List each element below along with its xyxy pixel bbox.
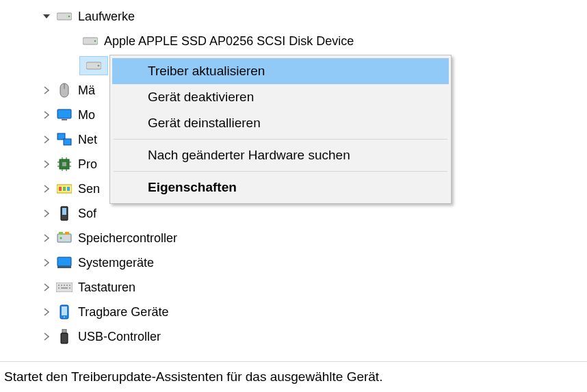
svg-rect-27 bbox=[62, 208, 66, 215]
drive-category-icon bbox=[56, 8, 73, 25]
svg-rect-39 bbox=[69, 285, 70, 286]
svg-point-1 bbox=[68, 16, 70, 18]
svg-rect-36 bbox=[61, 285, 62, 286]
tree-node-label: USB-Controller bbox=[78, 324, 161, 349]
tree-node-label: Laufwerke bbox=[78, 4, 135, 29]
cpu-icon bbox=[56, 156, 73, 172]
disk-icon bbox=[86, 61, 101, 70]
svg-rect-24 bbox=[63, 187, 66, 191]
disk-icon bbox=[82, 33, 99, 49]
chevron-right-icon[interactable] bbox=[37, 332, 56, 341]
svg-point-45 bbox=[64, 317, 65, 318]
tree-node-label: Tastaturen bbox=[78, 275, 135, 300]
tree-node-label: Sen bbox=[78, 177, 100, 201]
storage-icon bbox=[56, 230, 73, 246]
svg-rect-25 bbox=[67, 187, 70, 191]
sensor-icon bbox=[56, 181, 73, 197]
tree-node-label: Apple APPLE SSD AP0256 SCSI Disk Device bbox=[104, 29, 354, 53]
status-text: Startet den Treiberupdate-Assistenten fü… bbox=[4, 369, 382, 384]
chevron-right-icon[interactable] bbox=[37, 111, 56, 119]
svg-rect-11 bbox=[64, 139, 71, 145]
keyboard-icon bbox=[56, 279, 73, 296]
svg-rect-37 bbox=[64, 285, 65, 286]
menu-item-label: Treiber aktualisieren bbox=[148, 64, 265, 79]
svg-rect-40 bbox=[58, 287, 60, 289]
tree-node-disk-apple[interactable]: Apple APPLE SSD AP0256 SCSI Disk Device bbox=[0, 29, 587, 53]
tree-node-label: Pro bbox=[78, 152, 97, 177]
usb-icon bbox=[56, 328, 73, 345]
svg-point-5 bbox=[98, 65, 100, 67]
menu-item-label: Eigenschaften bbox=[148, 180, 237, 195]
tree-node[interactable]: Speichercontroller bbox=[0, 226, 587, 250]
svg-rect-31 bbox=[65, 232, 69, 235]
svg-rect-42 bbox=[69, 287, 70, 289]
menu-item-label: Gerät deinstallieren bbox=[148, 116, 261, 131]
system-icon bbox=[56, 254, 73, 271]
tree-node-label: Mo bbox=[78, 103, 95, 127]
svg-rect-38 bbox=[66, 285, 68, 286]
network-icon bbox=[56, 131, 73, 148]
svg-rect-41 bbox=[61, 287, 68, 289]
svg-rect-9 bbox=[62, 119, 67, 120]
tree-node-label: Systemgeräte bbox=[78, 250, 154, 275]
svg-rect-28 bbox=[57, 234, 71, 242]
tree-node-drives[interactable]: Laufwerke bbox=[0, 4, 587, 29]
menu-item-scan-hardware[interactable]: Nach geänderter Hardware suchen bbox=[112, 142, 449, 168]
menu-item-update-driver[interactable]: Treiber aktualisieren bbox=[112, 58, 449, 84]
chevron-right-icon[interactable] bbox=[37, 234, 56, 242]
tree-node-label: Speichercontroller bbox=[78, 226, 177, 250]
monitor-icon bbox=[56, 107, 73, 123]
svg-rect-13 bbox=[62, 162, 66, 166]
chevron-right-icon[interactable] bbox=[37, 308, 56, 316]
mouse-icon bbox=[56, 82, 73, 99]
menu-item-label: Gerät deaktivieren bbox=[148, 90, 254, 105]
menu-item-disable-device[interactable]: Gerät deaktivieren bbox=[112, 84, 449, 110]
svg-rect-8 bbox=[57, 109, 71, 118]
svg-rect-46 bbox=[62, 329, 66, 333]
selection-highlight bbox=[79, 56, 108, 75]
menu-separator bbox=[114, 139, 447, 140]
svg-point-29 bbox=[60, 237, 62, 239]
tree-node-label: Net bbox=[78, 127, 97, 152]
tree-node[interactable]: Systemgeräte bbox=[0, 250, 587, 275]
svg-rect-23 bbox=[59, 187, 62, 191]
svg-rect-44 bbox=[62, 306, 67, 315]
chevron-down-icon bbox=[37, 12, 56, 21]
chevron-right-icon[interactable] bbox=[37, 135, 56, 144]
tree-node[interactable]: Tastaturen bbox=[0, 275, 587, 300]
tree-node-label: Tragbare Geräte bbox=[78, 300, 168, 324]
menu-separator bbox=[114, 171, 447, 172]
chevron-right-icon[interactable] bbox=[37, 86, 56, 94]
tree-node-label: Sof bbox=[78, 201, 96, 226]
chevron-right-icon[interactable] bbox=[37, 283, 56, 291]
svg-rect-33 bbox=[57, 266, 71, 268]
chevron-right-icon[interactable] bbox=[37, 209, 56, 218]
tree-node[interactable]: USB-Controller bbox=[0, 324, 587, 349]
tree-node-label: Mä bbox=[78, 78, 95, 103]
svg-rect-30 bbox=[59, 232, 63, 235]
svg-rect-47 bbox=[61, 333, 68, 343]
chevron-right-icon[interactable] bbox=[37, 185, 56, 193]
svg-rect-35 bbox=[58, 285, 60, 286]
software-icon bbox=[56, 205, 73, 222]
menu-item-label: Nach geänderter Hardware suchen bbox=[148, 148, 350, 163]
tree-node[interactable]: Sof bbox=[0, 201, 587, 226]
svg-rect-32 bbox=[57, 257, 71, 266]
menu-item-properties[interactable]: Eigenschaften bbox=[112, 174, 449, 200]
svg-point-3 bbox=[94, 40, 96, 42]
portable-icon bbox=[56, 304, 73, 320]
tree-node[interactable]: Tragbare Geräte bbox=[0, 300, 587, 324]
status-bar: Startet den Treiberupdate-Assistenten fü… bbox=[0, 361, 587, 392]
chevron-right-icon[interactable] bbox=[37, 259, 56, 267]
menu-item-uninstall-device[interactable]: Gerät deinstallieren bbox=[112, 110, 449, 136]
chevron-right-icon[interactable] bbox=[37, 160, 56, 168]
context-menu: Treiber aktualisieren Gerät deaktivieren… bbox=[109, 55, 452, 204]
